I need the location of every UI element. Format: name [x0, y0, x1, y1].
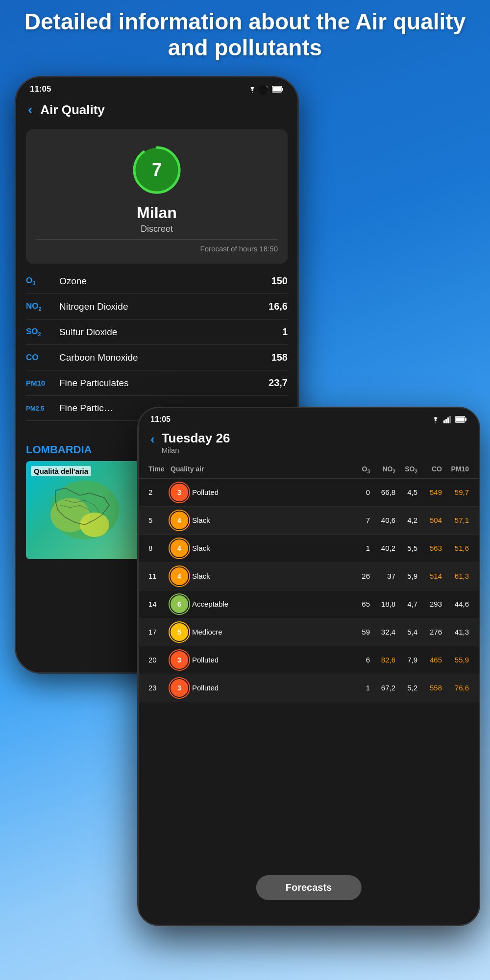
phone1-back-button[interactable]: ‹ [28, 102, 32, 118]
td-co: 465 [417, 656, 442, 664]
td-pm10: 57,1 [442, 516, 469, 524]
td-co: 563 [417, 544, 442, 552]
td-quality: 4 Slack [171, 512, 348, 529]
td-o3: 59 [348, 628, 370, 636]
pollutant-row-pm10: PM10 Fine Particulates 23,7 [26, 370, 288, 396]
td-co: 558 [417, 684, 442, 692]
phone2-nav-title-block: Tuesday 26 Milan [162, 431, 230, 454]
table-row: 17 5 Mediocre 59 32,4 5,4 276 41,3 [139, 618, 479, 646]
svg-rect-16 [447, 417, 449, 423]
td-time: 11 [148, 572, 171, 580]
pollutant-row-so2: SO2 Sulfur Dioxide 1 [26, 319, 288, 345]
phone1-time: 11:05 [30, 84, 51, 94]
td-quality: 3 Polluted [171, 651, 348, 669]
td-o3: 1 [348, 684, 370, 692]
td-no2: 37 [370, 572, 395, 580]
td-no2: 40,6 [370, 516, 395, 524]
th-so2: SO2 [395, 465, 417, 474]
pollutant-name-so2: Sulfur Dioxide [55, 327, 282, 338]
td-pm10: 55,9 [442, 656, 469, 664]
aqi-circle: 7 [130, 143, 184, 197]
pollutant-label-o3: O3 [26, 276, 55, 286]
pollutant-label-co: CO [26, 353, 55, 363]
td-o3: 6 [348, 656, 370, 664]
forecast-time: Forecast of hours 18:50 [36, 245, 278, 253]
aqi-badge-8: 4 [171, 539, 188, 557]
phone2-nav-title: Tuesday 26 [162, 431, 230, 446]
td-so2: 5,4 [395, 628, 417, 636]
td-quality-text: Acceptable [192, 600, 228, 608]
td-pm10: 41,3 [442, 628, 469, 636]
td-o3: 0 [348, 488, 370, 496]
phone2-nav: ‹ Tuesday 26 Milan [139, 427, 479, 461]
svg-rect-15 [445, 419, 447, 423]
aqi-badge-5: 4 [171, 512, 188, 529]
table-header: Time Quality air O3 NO2 SO2 CO PM10 [139, 461, 479, 479]
phone1-nav-title: Air Quality [40, 102, 104, 118]
td-so2: 4,7 [395, 600, 417, 608]
formula-no2: NO2 [26, 301, 42, 312]
formula-co: CO [26, 353, 39, 363]
td-quality: 6 Acceptable [171, 595, 348, 613]
table-row: 11 4 Slack 26 37 5,9 514 61,3 [139, 563, 479, 590]
table-row: 2 3 Polluted 0 66,8 4,5 549 59,7 [139, 479, 479, 507]
table-row: 8 4 Slack 1 40,2 5,5 563 51,6 [139, 535, 479, 563]
pollutants-list: O3 Ozone 150 NO2 Nitrogen Dioxide 16,6 S… [26, 269, 288, 421]
pollutant-row-co: CO Carboon Monoxide 158 [26, 345, 288, 370]
aqi-section: 7 Milan Discreet Forecast of hours 18:50 [26, 129, 288, 264]
td-time: 17 [148, 628, 171, 636]
divider [36, 239, 278, 240]
td-quality-text: Polluted [192, 656, 219, 664]
phone2-device: 11:05 [137, 407, 480, 926]
svg-rect-17 [449, 416, 451, 423]
td-quality: 4 Slack [171, 567, 348, 585]
td-no2: 67,2 [370, 684, 395, 692]
td-so2: 5,2 [395, 684, 417, 692]
td-pm10: 51,6 [442, 544, 469, 552]
table-row: 14 6 Acceptable 65 18,8 4,7 293 44,6 [139, 590, 479, 618]
svg-rect-6 [273, 87, 281, 92]
phone2-status-bar: 11:05 [139, 408, 479, 427]
wifi-icon [247, 85, 257, 93]
td-co: 549 [417, 488, 442, 496]
td-time: 23 [148, 684, 171, 692]
td-o3: 7 [348, 516, 370, 524]
td-no2: 18,8 [370, 600, 395, 608]
td-so2: 5,9 [395, 572, 417, 580]
phone1-status-bar: 11:05 [16, 77, 297, 97]
td-quality-text: Slack [192, 516, 210, 524]
phone1-nav-bar: ‹ Air Quality [16, 97, 297, 124]
pollutant-name-no2: Nitrogen Dioxide [55, 301, 269, 312]
svg-rect-14 [443, 420, 445, 423]
phone2-back-button[interactable]: ‹ [150, 432, 155, 447]
td-quality: 4 Slack [171, 539, 348, 557]
aqi-badge-17: 5 [171, 623, 188, 641]
td-pm10: 44,6 [442, 600, 469, 608]
pollutant-label-pm25: PM2.5 [26, 405, 55, 412]
pollutant-value-pm10: 23,7 [269, 377, 288, 389]
battery-icon [272, 86, 284, 93]
forecasts-button[interactable]: Forecasts [256, 875, 362, 900]
td-quality-text: Polluted [192, 488, 219, 496]
td-quality-text: Slack [192, 572, 210, 580]
pollutant-row-o3: O3 Ozone 150 [26, 269, 288, 294]
aqi-value: 7 [152, 160, 162, 180]
pollutant-value-so2: 1 [282, 326, 288, 338]
td-time: 20 [148, 656, 171, 664]
td-pm10: 61,3 [442, 572, 469, 580]
formula-so2: SO2 [26, 327, 41, 337]
pollutant-label-so2: SO2 [26, 327, 55, 337]
city-status: Discreet [36, 224, 278, 234]
td-no2: 82,6 [370, 656, 395, 664]
th-pm10: PM10 [442, 465, 469, 474]
td-no2: 66,8 [370, 488, 395, 496]
td-pm10: 76,6 [442, 684, 469, 692]
table-row: 20 3 Polluted 6 82,6 7,9 465 55,9 [139, 646, 479, 674]
td-quality-text: Polluted [192, 684, 219, 692]
td-time: 8 [148, 544, 171, 552]
td-no2: 40,2 [370, 544, 395, 552]
td-time: 14 [148, 600, 171, 608]
th-time: Time [148, 465, 171, 474]
svg-rect-19 [465, 418, 466, 421]
td-quality: 3 Polluted [171, 484, 348, 501]
